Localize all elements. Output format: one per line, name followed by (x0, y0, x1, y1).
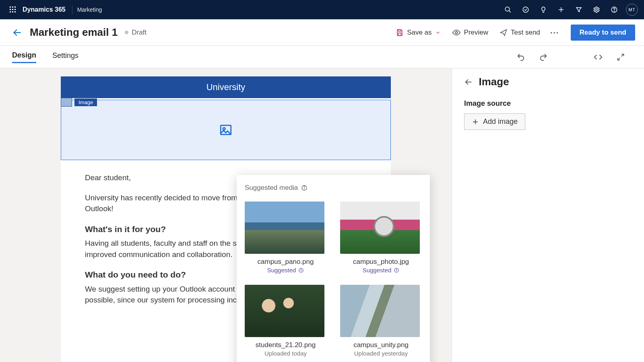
plus-icon (472, 118, 479, 125)
add-image-label: Add image (483, 117, 518, 126)
tab-settings[interactable]: Settings (52, 51, 78, 62)
avatar[interactable]: MT (623, 0, 641, 19)
svg-point-24 (223, 128, 225, 130)
app-launcher-icon[interactable] (3, 6, 23, 13)
expand-icon[interactable] (609, 53, 632, 61)
top-nav: Dynamics 365 Marketing MT (0, 0, 644, 19)
media-item[interactable]: campus_photo.jpg Suggested (340, 202, 422, 274)
info-icon[interactable] (301, 185, 308, 191)
preview-label: Preview (464, 29, 488, 37)
svg-rect-19 (398, 33, 401, 35)
media-thumbnail (340, 202, 420, 254)
search-icon[interactable] (499, 0, 517, 19)
svg-rect-18 (398, 29, 401, 31)
redo-icon[interactable] (532, 53, 555, 62)
properties-panel: Image Image source Add image (452, 68, 644, 362)
media-thumbnail (245, 285, 324, 337)
svg-line-10 (509, 11, 511, 12)
task-icon[interactable] (517, 0, 535, 19)
add-icon[interactable] (552, 0, 570, 19)
block-type-label: Image (74, 99, 97, 106)
back-icon[interactable] (12, 27, 23, 38)
media-thumbnail (245, 202, 324, 254)
svg-point-11 (523, 7, 528, 12)
chevron-down-icon (435, 30, 441, 35)
suggested-media-popover: Suggested media campus_pano.png Suggeste… (237, 175, 430, 362)
save-as-label: Save as (407, 29, 431, 37)
page-title: Marketing email 1 (30, 26, 118, 39)
status-dot-icon (125, 31, 128, 34)
tabs-row: Design Settings (0, 46, 644, 68)
code-view-icon[interactable] (587, 53, 609, 62)
media-thumbnail (340, 285, 420, 337)
filter-icon[interactable] (570, 0, 588, 19)
media-meta: Uploaded yesterday (340, 350, 422, 357)
panel-back-icon[interactable] (464, 78, 473, 86)
svg-point-33 (301, 269, 301, 269)
svg-rect-4 (12, 9, 13, 10)
media-filename: students_21.20.png (245, 341, 326, 349)
add-image-button[interactable]: Add image (464, 113, 525, 130)
brand-label[interactable]: Dynamics 365 (23, 6, 66, 13)
app-name[interactable]: Marketing (77, 6, 102, 13)
svg-line-21 (621, 54, 624, 56)
svg-rect-1 (12, 6, 13, 8)
popover-title: Suggested media (245, 184, 422, 192)
svg-rect-2 (14, 6, 16, 8)
svg-point-20 (455, 31, 458, 34)
nav-divider (72, 5, 72, 14)
media-grid: campus_pano.png Suggested campus_photo.j… (245, 202, 422, 357)
media-meta: Suggested (340, 267, 422, 274)
media-meta: Uploaded today (245, 350, 326, 357)
undo-icon[interactable] (510, 53, 532, 62)
svg-rect-6 (10, 11, 11, 12)
tab-design[interactable]: Design (12, 51, 36, 63)
save-as-button[interactable]: Save as (396, 29, 440, 37)
lightbulb-icon[interactable] (535, 0, 552, 19)
media-filename: campus_unity.png (340, 341, 422, 349)
media-filename: campus_pano.png (245, 258, 326, 266)
panel-title: Image (479, 76, 509, 88)
test-send-button[interactable]: Test send (500, 29, 540, 37)
svg-point-36 (396, 269, 397, 269)
gear-icon[interactable] (588, 0, 605, 19)
image-block[interactable]: Image (61, 98, 391, 160)
help-icon[interactable] (605, 0, 623, 19)
email-hero[interactable]: University (61, 76, 391, 98)
svg-rect-5 (14, 9, 16, 10)
block-selection-tag: Image (61, 98, 97, 107)
media-item[interactable]: students_21.20.png Uploaded today (245, 285, 326, 357)
image-icon (219, 123, 233, 137)
image-placeholder[interactable] (61, 100, 391, 160)
media-item[interactable]: campus_pano.png Suggested (245, 202, 326, 274)
status-label: Draft (132, 29, 147, 37)
test-send-label: Test send (511, 29, 540, 37)
svg-rect-3 (10, 9, 11, 10)
media-item[interactable]: campus_unity.png Uploaded yesterday (340, 285, 422, 357)
svg-point-30 (304, 186, 305, 187)
ready-to-send-button[interactable]: Ready to send (571, 25, 635, 41)
block-handle-icon[interactable] (61, 98, 72, 107)
media-meta: Suggested (245, 267, 326, 274)
media-filename: campus_photo.jpg (340, 258, 422, 266)
svg-point-14 (596, 9, 598, 11)
svg-point-16 (614, 11, 614, 11)
svg-line-22 (618, 58, 620, 60)
svg-point-9 (505, 7, 510, 11)
popover-title-text: Suggested media (245, 184, 298, 192)
command-bar: Marketing email 1 Draft Save as Preview … (0, 19, 644, 46)
hero-title: University (206, 82, 246, 93)
more-actions-icon[interactable]: ⋯ (546, 27, 564, 38)
svg-rect-0 (10, 6, 11, 8)
svg-rect-7 (12, 11, 13, 12)
info-icon[interactable] (394, 267, 399, 273)
svg-rect-8 (14, 11, 16, 12)
image-source-label: Image source (464, 99, 632, 108)
info-icon[interactable] (298, 267, 304, 273)
preview-button[interactable]: Preview (452, 28, 488, 37)
